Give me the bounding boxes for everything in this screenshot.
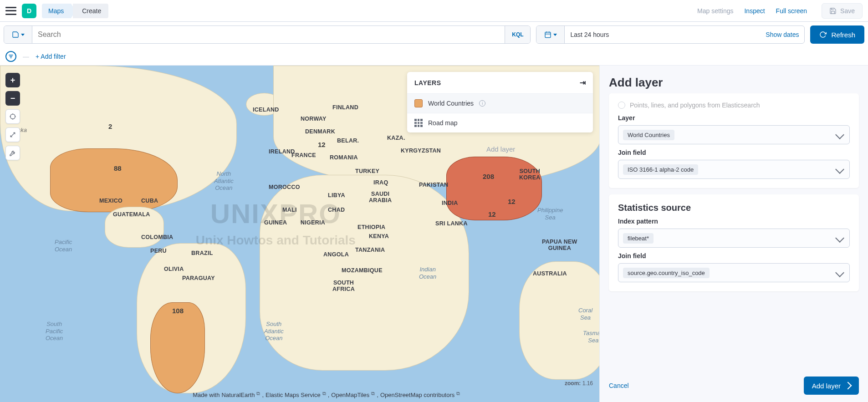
info-icon: i xyxy=(479,100,485,107)
menu-icon[interactable] xyxy=(5,5,16,16)
sea-label: SouthAtlanticOcean xyxy=(264,321,284,342)
refresh-label: Refresh xyxy=(831,31,855,39)
sea-label: IndianOcean xyxy=(419,266,436,280)
layer-source-card: Points, lines, and polygons from Elastic… xyxy=(609,93,859,188)
tools-button[interactable] xyxy=(5,146,20,160)
zoom-out-button[interactable]: − xyxy=(5,91,20,106)
layer-swatch-icon xyxy=(414,99,423,107)
time-value: Last 24 hours xyxy=(570,31,609,38)
disk-icon xyxy=(12,31,19,38)
index-value: filebeat* xyxy=(623,233,654,244)
layer-road-map[interactable]: Road map xyxy=(407,113,593,132)
fullscreen-link[interactable]: Full screen xyxy=(776,7,807,15)
index-pattern-combobox[interactable]: filebeat* xyxy=(618,229,850,248)
stats-source-card: Statistics source Index pattern filebeat… xyxy=(609,194,859,291)
space-avatar[interactable]: D xyxy=(22,4,36,18)
add-layer-label: Add layer xyxy=(812,382,841,390)
panel-footer: Cancel Add layer xyxy=(609,369,859,395)
attrib-link[interactable]: Elastic Maps Service xyxy=(266,392,321,398)
data-eu: 12 xyxy=(318,141,326,148)
attrib-link[interactable]: OpenStreetMap contributors xyxy=(380,392,454,398)
calendar-icon xyxy=(544,31,551,38)
watermark-sub: Unix Howtos and Tutorials xyxy=(196,233,356,248)
search-input[interactable] xyxy=(32,26,505,43)
layer-combobox[interactable]: World Countries xyxy=(618,125,850,144)
zoom-in-button[interactable]: + xyxy=(5,73,20,87)
stats-title: Statistics source xyxy=(618,203,850,213)
add-filter-button[interactable]: + Add filter xyxy=(36,53,66,60)
map-canvas[interactable]: UNIXPRO Unix Howtos and Tutorials Pacifi… xyxy=(0,66,599,402)
ghost-tooltip: Add layer xyxy=(486,145,515,153)
top-actions: Map settings Inspect Full screen Save xyxy=(697,3,863,19)
chevron-down-icon xyxy=(835,268,844,277)
chevron-down-icon xyxy=(835,234,844,243)
save-icon xyxy=(829,7,837,15)
map-settings-link[interactable]: Map settings xyxy=(697,7,733,15)
panel-title: Add layer xyxy=(609,66,859,93)
chevron-down-icon xyxy=(835,130,844,139)
top-bar: D Maps Create Map settings Inspect Full … xyxy=(0,0,868,22)
add-layer-button[interactable]: Add layer xyxy=(804,377,859,395)
zoom-indicator: zoom: 1.16 xyxy=(565,380,593,387)
country-argentina[interactable] xyxy=(150,302,205,393)
filter-divider: — xyxy=(23,53,29,60)
breadcrumb-maps[interactable]: Maps xyxy=(42,4,71,18)
data-canada: 2 xyxy=(108,122,112,130)
arrow-right-icon xyxy=(844,382,852,390)
sea-label: NorthAtlanticOcean xyxy=(214,170,234,192)
source-option[interactable]: Points, lines, and polygons from Elastic… xyxy=(618,102,850,109)
time-group: Last 24 hours Show dates xyxy=(536,25,805,44)
query-language-toggle[interactable]: KQL xyxy=(505,26,530,43)
layer-value: World Countries xyxy=(623,130,674,140)
time-options-button[interactable] xyxy=(536,26,565,43)
data-china: 208 xyxy=(483,173,494,180)
map-attribution: Made with NaturalEarth⧉, Elastic Maps Se… xyxy=(193,392,460,398)
sea-label: TasmanSea xyxy=(583,330,599,344)
chevron-down-icon xyxy=(21,34,25,36)
refresh-button[interactable]: Refresh xyxy=(810,25,864,44)
field-label: Join field xyxy=(618,252,850,260)
data-sea-a: 12 xyxy=(508,198,516,205)
basemap-icon xyxy=(414,119,423,127)
saved-queries-button[interactable] xyxy=(4,26,32,43)
main-area: UNIXPRO Unix Howtos and Tutorials Pacifi… xyxy=(0,66,868,402)
inspect-link[interactable]: Inspect xyxy=(744,7,765,15)
chevron-down-icon xyxy=(553,34,557,36)
svg-rect-0 xyxy=(545,32,551,38)
joinfield1-value: ISO 3166-1 alpha-2 code xyxy=(623,164,698,175)
joinfield1-combobox[interactable]: ISO 3166-1 alpha-2 code xyxy=(618,160,850,179)
data-argentina: 108 xyxy=(172,307,184,315)
layer-label: Road map xyxy=(428,119,458,127)
data-sea-b: 12 xyxy=(488,210,496,218)
sea-label: PacificOcean xyxy=(55,239,72,253)
filter-bar: — + Add filter xyxy=(0,47,868,66)
attrib-link[interactable]: NaturalEarth xyxy=(221,392,255,398)
save-label: Save xyxy=(840,7,855,15)
layers-panel: LAYERS ⇥ World Countries i Road map xyxy=(407,72,593,132)
joinfield2-value: source.geo.country_iso_code xyxy=(623,268,710,278)
svg-line-12 xyxy=(10,132,15,137)
layer-world-countries[interactable]: World Countries i xyxy=(407,93,593,113)
breadcrumb-create: Create xyxy=(73,4,108,18)
field-label: Join field xyxy=(618,149,850,156)
field-label: Layer xyxy=(618,114,850,122)
cancel-button[interactable]: Cancel xyxy=(609,382,629,389)
layers-title: LAYERS xyxy=(414,79,441,87)
radio-icon xyxy=(618,102,625,109)
expand-button[interactable] xyxy=(5,127,20,142)
query-bar: KQL Last 24 hours Show dates Refresh xyxy=(0,22,868,47)
search-group: KQL xyxy=(4,25,531,44)
refresh-icon xyxy=(819,31,827,38)
fit-bounds-button[interactable] xyxy=(5,109,20,124)
attrib-link[interactable]: OpenMapTiles xyxy=(331,392,369,398)
show-dates-link[interactable]: Show dates xyxy=(766,31,799,38)
date-picker[interactable]: Last 24 hours Show dates xyxy=(565,26,804,43)
data-usa: 88 xyxy=(114,164,122,172)
add-layer-panel: Add layer Points, lines, and polygons fr… xyxy=(599,66,868,402)
breadcrumb: Maps Create xyxy=(42,4,108,18)
filter-options-icon[interactable] xyxy=(5,51,16,62)
collapse-icon[interactable]: ⇥ xyxy=(580,78,586,87)
joinfield2-combobox[interactable]: source.geo.country_iso_code xyxy=(618,263,850,282)
layer-label: World Countries xyxy=(428,100,474,107)
sea-label: PhilippineSea xyxy=(537,207,563,221)
